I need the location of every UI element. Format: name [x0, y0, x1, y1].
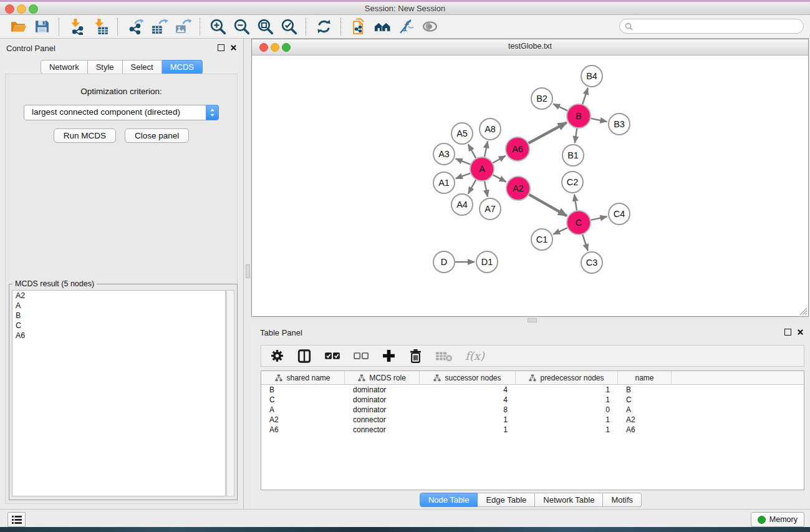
- column-header-mcds-role[interactable]: MCDS role: [345, 371, 420, 384]
- horizontal-splitter-handle[interactable]: [528, 318, 537, 322]
- graph-node-B1[interactable]: B1: [562, 145, 584, 166]
- graph-node-A7[interactable]: A7: [480, 198, 501, 220]
- close-table-panel-icon[interactable]: [797, 329, 804, 336]
- graph-edge-C-C2[interactable]: [574, 195, 577, 210]
- graph-node-A1[interactable]: A1: [433, 172, 455, 193]
- float-table-panel-icon[interactable]: [784, 329, 791, 336]
- graph-edge-A-A2[interactable]: [493, 175, 506, 181]
- column-browse-button[interactable]: [297, 348, 312, 364]
- graph-edge-A2-C[interactable]: [529, 195, 567, 216]
- network-canvas-svg[interactable]: AA1A2A3A4A5A6A7A8BB1B2B3B4CC1C2C3C4DD1: [252, 55, 808, 316]
- graph-edge-A-A8[interactable]: [485, 142, 488, 157]
- graph-node-D[interactable]: D: [433, 251, 455, 273]
- mcds-result-scrollbar[interactable]: [226, 290, 234, 496]
- delete-column-button[interactable]: [408, 348, 423, 364]
- graph-edge-B-B4[interactable]: [582, 88, 588, 104]
- graph-edge-C-C1[interactable]: [553, 228, 567, 234]
- mcds-result-item[interactable]: B: [12, 311, 225, 321]
- graph-node-A8[interactable]: A8: [480, 118, 501, 140]
- tab-mcds[interactable]: MCDS: [162, 60, 203, 74]
- graph-node-A2[interactable]: A2: [506, 177, 530, 200]
- vertical-splitter-handle[interactable]: [246, 264, 250, 278]
- zoom-in-button[interactable]: [206, 16, 229, 37]
- task-history-button[interactable]: [7, 512, 26, 527]
- graph-edge-B-B2[interactable]: [553, 104, 567, 111]
- graph-node-C3[interactable]: C3: [581, 252, 602, 273]
- graph-edge-A6-B[interactable]: [529, 123, 567, 143]
- graph-node-A5[interactable]: A5: [451, 123, 473, 144]
- mcds-result-item[interactable]: A6: [12, 331, 225, 341]
- fit-content-button[interactable]: [253, 16, 277, 37]
- graph-node-A4[interactable]: A4: [451, 194, 473, 215]
- graph-node-A3[interactable]: A3: [433, 143, 455, 165]
- graph-edge-B-B1[interactable]: [575, 128, 577, 143]
- close-panel-button[interactable]: Close panel: [125, 128, 189, 143]
- memory-button[interactable]: Memory: [751, 512, 804, 527]
- graph-edge-C-C4[interactable]: [591, 216, 607, 220]
- close-panel-icon[interactable]: [230, 44, 237, 51]
- graph-edge-C-C3[interactable]: [582, 235, 588, 251]
- graph-node-C4[interactable]: C4: [609, 203, 630, 225]
- export-network-button[interactable]: [123, 16, 147, 37]
- home-button[interactable]: [370, 16, 394, 37]
- toggle-graphics-details-button[interactable]: f: [394, 16, 418, 37]
- graph-edge-A-A5[interactable]: [468, 144, 476, 158]
- save-session-button[interactable]: [30, 16, 54, 37]
- criterion-select[interactable]: largest connected component (directed): [24, 105, 219, 120]
- table-row[interactable]: Adominator80A: [261, 405, 804, 415]
- tab-edge-table[interactable]: Edge Table: [478, 493, 535, 507]
- column-header-name[interactable]: name: [618, 371, 672, 384]
- import-network-button[interactable]: [65, 16, 89, 37]
- tab-node-table[interactable]: Node Table: [420, 493, 478, 507]
- open-session-button[interactable]: [6, 16, 30, 37]
- mcds-result-item[interactable]: C: [12, 321, 225, 331]
- graph-edge-A-A3[interactable]: [456, 158, 471, 164]
- graph-node-D1[interactable]: D1: [476, 251, 498, 273]
- float-panel-icon[interactable]: [218, 44, 224, 51]
- graph-node-B[interactable]: B: [567, 104, 591, 128]
- tab-network[interactable]: Network: [41, 60, 88, 74]
- graph-node-B3[interactable]: B3: [609, 114, 630, 135]
- column-header-predecessor-nodes[interactable]: predecessor nodes: [516, 371, 618, 384]
- window-resize-grip[interactable]: [798, 306, 807, 315]
- import-table-button[interactable]: [89, 16, 112, 37]
- table-row[interactable]: A2connector11A2: [261, 415, 804, 425]
- graph-edge-A-A4[interactable]: [468, 180, 476, 193]
- search-input[interactable]: [619, 19, 804, 34]
- tab-select[interactable]: Select: [123, 60, 162, 74]
- select-all-columns-button[interactable]: [324, 348, 340, 364]
- graph-node-C[interactable]: C: [567, 211, 591, 235]
- export-table-button[interactable]: [147, 16, 171, 37]
- zoom-selected-button[interactable]: [277, 16, 301, 37]
- column-header-successor-nodes[interactable]: successor nodes: [420, 371, 516, 384]
- mcds-result-item[interactable]: A2: [12, 291, 225, 301]
- unselect-all-columns-button[interactable]: [353, 348, 369, 364]
- eye-button[interactable]: [418, 16, 441, 37]
- table-row[interactable]: A6connector11A6: [261, 425, 804, 435]
- tab-motifs[interactable]: Motifs: [603, 493, 642, 507]
- zoom-out-button[interactable]: [229, 16, 253, 37]
- refresh-view-button[interactable]: [312, 16, 335, 37]
- tab-style[interactable]: Style: [88, 60, 123, 74]
- clone-network-button[interactable]: [347, 16, 370, 37]
- add-column-button[interactable]: [382, 348, 396, 364]
- graph-node-B2[interactable]: B2: [531, 88, 552, 109]
- tab-network-table[interactable]: Network Table: [535, 493, 603, 507]
- graph-node-C2[interactable]: C2: [562, 172, 583, 193]
- export-image-button[interactable]: [171, 16, 195, 37]
- run-mcds-button[interactable]: Run MCDS: [54, 128, 116, 143]
- network-window-titlebar[interactable]: testGlobe.txt: [252, 39, 808, 56]
- table-settings-button[interactable]: [270, 348, 284, 364]
- graph-edge-A-A6[interactable]: [493, 156, 505, 163]
- graph-node-B4[interactable]: B4: [581, 65, 602, 87]
- table-row[interactable]: Bdominator41B: [261, 385, 804, 395]
- graph-edge-A-A1[interactable]: [456, 173, 470, 178]
- graph-node-A6[interactable]: A6: [506, 137, 529, 161]
- graph-edge-B-B3[interactable]: [591, 118, 607, 122]
- mcds-result-item[interactable]: A: [12, 301, 225, 311]
- graph-node-C1[interactable]: C1: [531, 229, 552, 250]
- graph-node-A[interactable]: A: [470, 157, 494, 181]
- graph-edge-A-A7[interactable]: [485, 181, 488, 197]
- column-header-shared-name[interactable]: shared name: [261, 371, 345, 384]
- table-row[interactable]: Cdominator41C: [261, 395, 804, 405]
